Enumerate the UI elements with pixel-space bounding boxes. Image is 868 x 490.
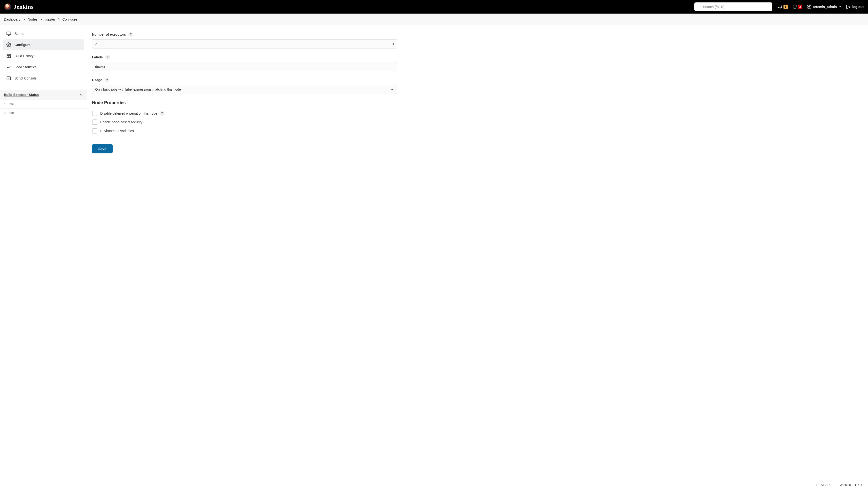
user-menu[interactable]: artemis_admin <box>807 4 842 9</box>
checkbox-label-text: Disable deferred wipeout on this node <box>100 112 157 115</box>
sidebar-item-label: Status <box>14 32 24 36</box>
brand-name: Jenkins <box>13 4 33 10</box>
notifications-button[interactable]: 1 <box>778 4 788 9</box>
usage-select[interactable]: Only build jobs with label expressions m… <box>92 85 397 94</box>
checkbox[interactable] <box>92 119 97 125</box>
svg-rect-10 <box>7 54 11 55</box>
monitor-icon <box>6 31 11 36</box>
chevron-right-icon <box>39 18 43 21</box>
sidebar-item-label: Build History <box>14 54 34 58</box>
help-icon[interactable]: ? <box>128 32 133 37</box>
chevron-down-icon <box>80 93 83 97</box>
field-label-text: Labels <box>92 55 103 59</box>
search-box[interactable] <box>694 2 772 11</box>
sidebar-item-script-console[interactable]: Script Console <box>3 73 84 84</box>
logout-icon <box>846 4 851 9</box>
sidebar: Status Configure Build History Load Stat… <box>0 25 87 163</box>
checkbox-label-text: Environment variables <box>100 129 134 133</box>
logout-label: log out <box>852 5 864 9</box>
security-badge: 3 <box>798 5 802 9</box>
gear-icon <box>6 42 11 47</box>
field-label-text: Usage <box>92 78 102 82</box>
check-deferred-wipeout[interactable]: Disable deferred wipeout on this node ? <box>92 111 397 116</box>
usage-select-value: Only build jobs with label expressions m… <box>95 87 181 91</box>
notif-badge: 1 <box>783 5 788 9</box>
user-icon <box>807 4 812 9</box>
header-actions: 1 3 artemis_admin log out <box>778 4 864 9</box>
security-button[interactable]: 3 <box>792 4 802 9</box>
svg-line-1 <box>700 7 700 8</box>
executor-number: 1 <box>4 102 6 106</box>
logout-button[interactable]: log out <box>846 4 864 9</box>
sidebar-item-label: Configure <box>14 43 31 47</box>
labels-input[interactable] <box>95 65 394 68</box>
chevron-down-icon <box>838 5 842 8</box>
executor-row: 1 Idle <box>0 100 87 109</box>
executor-status: Idle <box>9 102 14 106</box>
number-stepper[interactable] <box>392 42 394 46</box>
archive-icon <box>6 54 11 58</box>
shield-icon <box>792 4 797 9</box>
chevron-right-icon <box>57 18 61 21</box>
crumb-master[interactable]: master <box>44 17 56 22</box>
sidebar-item-label: Load Statistics <box>14 65 37 69</box>
chart-icon <box>6 65 11 69</box>
crumb-nodes[interactable]: Nodes <box>27 17 38 22</box>
checkbox[interactable] <box>92 128 97 134</box>
sidebar-item-label: Script Console <box>14 76 37 80</box>
help-circle-icon[interactable] <box>766 5 770 9</box>
terminal-icon <box>6 76 11 81</box>
checkbox[interactable] <box>92 111 97 116</box>
sidebar-item-status[interactable]: Status <box>3 28 84 39</box>
sidebar-item-load-statistics[interactable]: Load Statistics <box>3 62 84 73</box>
executor-number: 2 <box>4 111 6 115</box>
executor-row: 2 Idle <box>0 109 87 117</box>
executor-panel: Build Executor Status 1 Idle 2 Idle <box>0 90 87 117</box>
field-label-text: Number of executors <box>92 32 126 36</box>
breadcrumb: Dashboard Nodes master Configure <box>0 13 868 25</box>
top-header: Jenkins 1 3 artemis_admin log out <box>0 0 868 13</box>
bell-icon <box>778 4 782 9</box>
node-properties-heading: Node Properties <box>92 100 397 106</box>
field-usage: Usage ? Only build jobs with label expre… <box>92 78 397 94</box>
labels-input-wrap <box>92 62 397 71</box>
check-node-security[interactable]: Enable node-based security <box>92 119 397 125</box>
svg-point-9 <box>8 45 9 46</box>
checkbox-label: Disable deferred wipeout on this node ? <box>100 111 164 116</box>
field-labels: Labels ? <box>92 55 397 71</box>
help-icon[interactable]: ? <box>160 111 164 116</box>
checkbox-label-text: Enable node-based security <box>100 120 143 124</box>
chevron-down-icon <box>390 87 394 91</box>
search-input[interactable] <box>703 5 763 9</box>
stepper-up-icon <box>392 42 394 44</box>
num-executors-input-wrap <box>92 39 397 49</box>
help-icon[interactable]: ? <box>105 55 110 60</box>
search-icon <box>697 5 701 9</box>
sidebar-item-configure[interactable]: Configure <box>3 39 84 50</box>
executor-panel-title: Build Executor Status <box>4 93 39 97</box>
chevron-right-icon <box>23 18 26 21</box>
check-env-vars[interactable]: Environment variables <box>92 128 397 134</box>
main-content: Number of executors ? Labels ? U <box>87 25 397 163</box>
svg-rect-7 <box>7 32 11 35</box>
svg-point-0 <box>697 6 700 8</box>
crumb-dashboard[interactable]: Dashboard <box>3 17 21 22</box>
executor-status: Idle <box>9 111 14 115</box>
sidebar-item-build-history[interactable]: Build History <box>3 50 84 62</box>
username-label: artemis_admin <box>813 5 837 9</box>
field-num-executors: Number of executors ? <box>92 32 397 49</box>
executor-panel-header[interactable]: Build Executor Status <box>0 90 87 100</box>
svg-rect-13 <box>7 77 11 80</box>
num-executors-input[interactable] <box>95 42 392 46</box>
svg-point-5 <box>808 6 810 7</box>
stepper-down-icon <box>392 44 394 46</box>
save-button[interactable]: Save <box>92 144 113 153</box>
crumb-configure: Configure <box>62 17 78 22</box>
help-icon[interactable]: ? <box>104 78 110 82</box>
logo-link[interactable]: Jenkins <box>4 3 33 10</box>
jenkins-logo-icon <box>4 3 11 10</box>
